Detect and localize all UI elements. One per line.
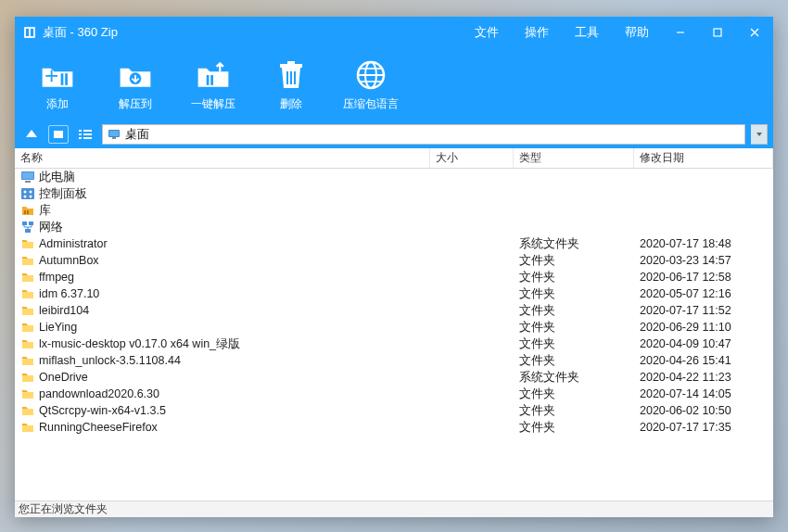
- file-row[interactable]: 控制面板: [15, 185, 773, 202]
- folder-icon: [20, 303, 35, 318]
- minimize-button[interactable]: [662, 17, 699, 48]
- one-click-extract-label: 一键解压: [191, 96, 235, 112]
- col-header-type[interactable]: 类型: [514, 148, 634, 168]
- one-click-extract-icon: [195, 57, 232, 93]
- file-name: lx-music-desktop v0.17.0 x64 win_绿版: [39, 336, 240, 352]
- file-name: ffmpeg: [39, 271, 74, 284]
- col-header-size[interactable]: 大小: [430, 148, 514, 168]
- file-name: 控制面板: [39, 186, 87, 202]
- file-name: AutumnBox: [39, 254, 99, 267]
- file-date: 2020-07-17 11:52: [634, 304, 773, 317]
- file-date: 2020-06-29 11:10: [634, 321, 773, 334]
- svg-rect-13: [210, 75, 213, 85]
- file-row[interactable]: 此电脑: [15, 169, 773, 185]
- file-date: 2020-05-07 12:16: [634, 287, 773, 300]
- svg-rect-29: [79, 137, 82, 139]
- file-date: 2020-07-17 17:35: [634, 421, 773, 434]
- close-button[interactable]: [736, 17, 773, 48]
- file-row[interactable]: AutumnBox文件夹2020-03-23 14:57: [15, 252, 773, 269]
- one-click-extract-button[interactable]: 一键解压: [187, 57, 239, 112]
- file-row[interactable]: leibird104文件夹2020-07-17 11:52: [15, 302, 773, 319]
- svg-rect-35: [22, 172, 33, 179]
- file-date: 2020-03-23 14:57: [634, 254, 773, 267]
- file-row[interactable]: idm 6.37.10文件夹2020-05-07 12:16: [15, 285, 773, 302]
- file-type: 文件夹: [514, 353, 634, 369]
- file-list[interactable]: 此电脑控制面板库网络Administrator系统文件夹2020-07-17 1…: [15, 169, 773, 500]
- file-row[interactable]: pandownload2020.6.30文件夹2020-07-14 14:05: [15, 386, 773, 402]
- file-date: 2020-04-22 11:23: [634, 371, 773, 384]
- file-row[interactable]: OneDrive系统文件夹2020-04-22 11:23: [15, 369, 773, 386]
- toolbar: 添加 解压到 一键解压 删除 压缩包语言: [15, 48, 773, 120]
- file-row[interactable]: RunningCheeseFirefox文件夹2020-07-17 17:35: [15, 419, 773, 436]
- svg-rect-24: [54, 131, 63, 138]
- svg-rect-4: [714, 29, 721, 36]
- folder-icon: [20, 420, 35, 435]
- folder-icon: [20, 236, 35, 251]
- menu-tools[interactable]: 工具: [562, 17, 612, 48]
- file-row[interactable]: 库: [15, 202, 773, 219]
- file-type: 文件夹: [514, 286, 634, 302]
- svg-point-38: [24, 191, 27, 194]
- svg-rect-1: [26, 29, 29, 36]
- path-input[interactable]: [125, 128, 741, 142]
- menu-help[interactable]: 帮助: [612, 17, 662, 48]
- app-icon: [22, 25, 37, 40]
- svg-point-39: [30, 191, 32, 194]
- file-row[interactable]: 网络: [15, 219, 773, 235]
- path-dropdown-button[interactable]: [751, 124, 768, 145]
- file-name: RunningCheeseFirefox: [39, 421, 158, 434]
- svg-rect-9: [61, 73, 64, 85]
- desktop-icon: [107, 127, 121, 142]
- file-row[interactable]: miflash_unlock-3.5.1108.44文件夹2020-04-26 …: [15, 352, 773, 369]
- file-row[interactable]: lx-music-desktop v0.17.0 x64 win_绿版文件夹20…: [15, 336, 773, 352]
- folder-icon: [20, 270, 35, 285]
- view-list-button[interactable]: [74, 123, 96, 146]
- svg-rect-12: [207, 75, 210, 85]
- file-name: QtScrcpy-win-x64-v1.3.5: [39, 404, 166, 417]
- computer-icon: [20, 170, 35, 184]
- file-type: 系统文件夹: [514, 236, 634, 252]
- lang-button[interactable]: 压缩包语言: [343, 57, 399, 112]
- svg-rect-46: [25, 229, 31, 233]
- file-name: 此电脑: [39, 170, 75, 185]
- app-window: 桌面 - 360 Zip 文件 操作 工具 帮助 添加 解压: [15, 17, 773, 517]
- svg-rect-0: [24, 27, 35, 38]
- svg-rect-32: [109, 131, 119, 136]
- maximize-button[interactable]: [699, 17, 736, 48]
- file-type: 文件夹: [514, 386, 634, 402]
- file-type: 系统文件夹: [514, 370, 634, 386]
- lang-label: 压缩包语言: [343, 96, 399, 112]
- add-button[interactable]: 添加: [32, 57, 83, 112]
- file-row[interactable]: ffmpeg文件夹2020-06-17 12:58: [15, 269, 773, 285]
- svg-rect-15: [287, 61, 295, 64]
- file-date: 2020-06-17 12:58: [634, 271, 773, 284]
- view-large-icons-button[interactable]: [48, 125, 69, 144]
- file-row[interactable]: LieYing文件夹2020-06-29 11:10: [15, 319, 773, 336]
- extract-to-button[interactable]: 解压到: [109, 57, 161, 112]
- file-name: 库: [39, 203, 51, 219]
- statusbar: 您正在浏览文件夹: [15, 500, 773, 517]
- path-bar[interactable]: [102, 124, 745, 145]
- svg-rect-36: [25, 181, 31, 183]
- window-title: 桌面 - 360 Zip: [43, 24, 118, 41]
- svg-rect-14: [280, 64, 302, 68]
- col-header-name[interactable]: 名称: [15, 148, 430, 168]
- file-name: leibird104: [39, 304, 89, 317]
- menu-file[interactable]: 文件: [462, 17, 512, 48]
- folder-icon: [20, 286, 35, 301]
- file-row[interactable]: QtScrcpy-win-x64-v1.3.5文件夹2020-06-02 10:…: [15, 402, 773, 419]
- menu-action[interactable]: 操作: [512, 17, 562, 48]
- svg-rect-8: [51, 70, 53, 82]
- file-type: 文件夹: [514, 320, 634, 336]
- file-name: Administrator: [39, 237, 108, 250]
- delete-button[interactable]: 删除: [265, 57, 317, 112]
- nav-up-button[interactable]: [20, 123, 43, 146]
- col-header-date[interactable]: 修改日期: [634, 148, 773, 168]
- file-date: 2020-07-14 14:05: [634, 387, 773, 400]
- control-icon: [20, 186, 35, 201]
- file-date: 2020-04-09 10:47: [634, 337, 773, 350]
- file-row[interactable]: Administrator系统文件夹2020-07-17 18:48: [15, 235, 773, 252]
- globe-icon: [352, 57, 389, 93]
- svg-rect-42: [24, 210, 26, 214]
- file-name: idm 6.37.10: [39, 287, 99, 300]
